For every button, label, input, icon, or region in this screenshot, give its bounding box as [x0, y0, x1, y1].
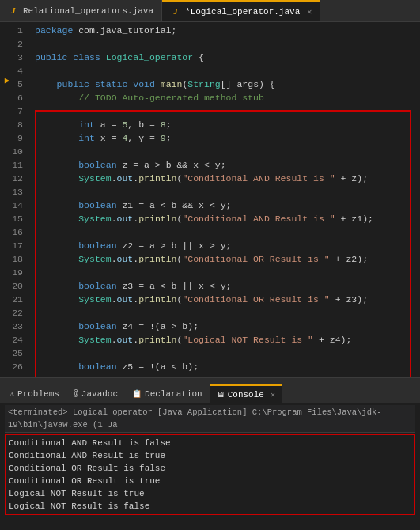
console-line: Conditional AND Result is false	[9, 437, 411, 449]
code-line-15: System.out.println("Conditional AND Resu…	[35, 212, 420, 225]
code-line-22	[35, 306, 420, 320]
tab-console-label: Console	[228, 390, 264, 399]
code-line-26: boolean z5 = !(a < b);	[35, 360, 420, 373]
arrow-indicator: ▶	[0, 75, 14, 85]
code-line-12: System.out.println("Conditional AND Resu…	[35, 172, 420, 185]
console-line: Logical NOT Result is false	[9, 500, 411, 513]
console-line: Conditional AND Result is true	[9, 449, 411, 462]
tab-relational-label: Relational_operators.java	[23, 6, 153, 16]
code-line-7	[35, 104, 420, 118]
java-icon-logical: J	[170, 6, 181, 17]
horizontal-scrollbar[interactable]	[0, 377, 420, 384]
console-output: Conditional AND Result is falseCondition…	[5, 434, 415, 515]
tab-declaration[interactable]: 📋 Declaration	[126, 384, 209, 403]
tab-relational[interactable]: J Relational_operators.java	[0, 0, 162, 21]
code-line-4	[35, 64, 420, 78]
code-line-23: boolean z4 = !(a > b);	[35, 320, 420, 333]
code-line-17: boolean z2 = a > b || x > y;	[35, 239, 420, 252]
code-line-16	[35, 225, 420, 239]
code-line-9: int x = 4, y = 9;	[35, 131, 420, 145]
code-content[interactable]: package com.java_tutorial; public class …	[28, 22, 420, 377]
console-line: Conditional OR Result is false	[9, 462, 411, 475]
code-line-25	[35, 346, 420, 360]
console-icon: 🖥	[217, 390, 225, 399]
problems-icon: ⚠	[9, 389, 14, 399]
code-line-14: boolean z1 = a < b && x < y;	[35, 199, 420, 212]
tab-logical-label: *Logical_operator.java	[185, 7, 300, 17]
terminated-bar: <terminated> Logical operator [Java Appl…	[5, 405, 415, 433]
close-tab-button[interactable]: ✕	[307, 7, 312, 17]
java-icon-relational: J	[8, 6, 19, 17]
tab-problems-label: Problems	[17, 389, 59, 399]
tab-javadoc-label: Javadoc	[81, 389, 118, 399]
panel-tab-bar: ⚠ Problems @ Javadoc 📋 Declaration 🖥 Con…	[0, 384, 420, 403]
code-line-5: public static void main(String[] args) {	[35, 78, 420, 91]
code-line-2	[35, 37, 420, 51]
declaration-icon: 📋	[132, 389, 142, 399]
tab-bar: J Relational_operators.java J *Logical_o…	[0, 0, 420, 22]
tab-declaration-label: Declaration	[145, 389, 202, 399]
console-content: <terminated> Logical operator [Java Appl…	[0, 403, 420, 530]
code-line-1: package com.java_tutorial;	[35, 24, 420, 37]
console-line: Conditional OR Result is true	[9, 475, 411, 487]
tab-logical[interactable]: J *Logical_operator.java ✕	[162, 0, 320, 21]
editor-area: 1234567891011121314151617181920212223242…	[0, 22, 420, 377]
code-line-27: System.out.println("Logical NOT Result i…	[35, 373, 420, 377]
close-console-button[interactable]: ✕	[271, 390, 275, 399]
bottom-panel: ⚠ Problems @ Javadoc 📋 Declaration 🖥 Con…	[0, 384, 420, 530]
code-line-20: boolean z3 = a < b || x < y;	[35, 279, 420, 293]
code-line-10	[35, 145, 420, 158]
code-line-19	[35, 266, 420, 279]
code-line-18: System.out.println("Conditional OR Resul…	[35, 252, 420, 266]
code-line-8: int a = 5, b = 8;	[35, 118, 420, 131]
code-line-13	[35, 185, 420, 199]
code-line-6: // TODO Auto-generated method stub	[35, 91, 420, 104]
tab-problems[interactable]: ⚠ Problems	[3, 384, 66, 403]
code-line-24: System.out.println("Logical NOT Result i…	[35, 333, 420, 346]
console-line: Logical NOT Result is true	[9, 487, 411, 500]
tab-javadoc[interactable]: @ Javadoc	[67, 384, 124, 403]
code-line-21: System.out.println("Conditional OR Resul…	[35, 293, 420, 306]
code-line-11: boolean z = a > b && x < y;	[35, 158, 420, 172]
tab-console[interactable]: 🖥 Console ✕	[210, 384, 282, 403]
javadoc-icon: @	[74, 389, 78, 398]
code-line-3: public class Logical_operator {	[35, 51, 420, 64]
